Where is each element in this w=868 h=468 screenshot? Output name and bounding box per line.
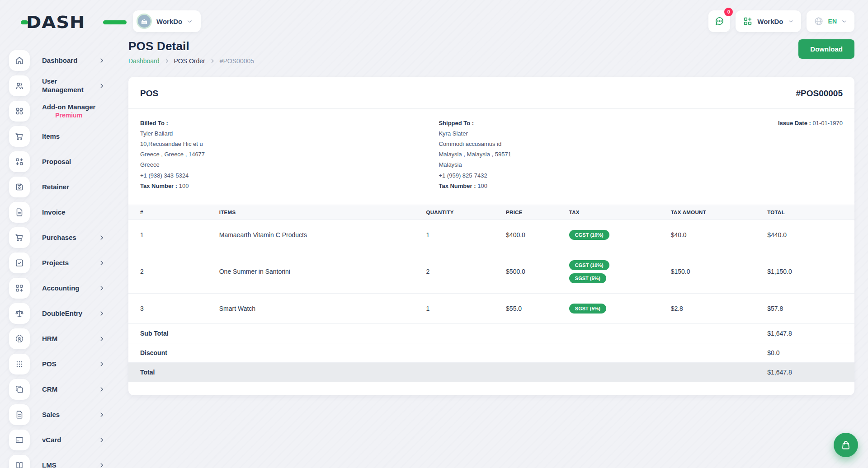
sidebar-item-projects[interactable]: Projects [9, 250, 128, 276]
cell-tax: CGST (10%) [566, 220, 667, 250]
breadcrumb-item-pos00005: #POS00005 [220, 57, 254, 65]
billed-to-block: Billed To : Tyler Ballard10,Recusandae H… [140, 120, 439, 191]
chevron-down-icon [187, 19, 193, 24]
chevron-right-icon [99, 462, 105, 468]
workspace-avatar [137, 14, 152, 29]
summary-row-discount: Discount$0.0 [128, 343, 854, 362]
column-header-items: ITEMS [216, 205, 423, 220]
cell-index: 3 [128, 293, 216, 323]
apps-grid-icon [743, 16, 753, 26]
address-line: 10,Recusandae Hic et u [140, 139, 439, 149]
summary-label: Total [128, 362, 764, 382]
sidebar-item-lms[interactable]: LMS [9, 453, 128, 468]
sidebar: DASH DashboardUser ManagementAdd-on Mana… [0, 0, 128, 468]
sidebar-item-user-management[interactable]: User Management [9, 73, 128, 98]
column-header-price: PRICE [502, 205, 566, 220]
sidebar-item-label: HRM [42, 335, 57, 343]
logo-text: DASH [26, 13, 85, 32]
page-title: POS Detail [128, 39, 254, 53]
sidebar-item-accounting[interactable]: Accounting [9, 276, 128, 301]
items-table: #ITEMSQUANTITYPRICETAXTAX AMOUNTTOTAL 1M… [128, 205, 854, 382]
sidebar-item-proposal[interactable]: Proposal [9, 149, 128, 174]
tax-badge: SGST (5%) [569, 273, 606, 283]
column-header-tax-amount: TAX AMOUNT [667, 205, 764, 220]
cell-index: 2 [128, 250, 216, 293]
cell-index: 1 [128, 220, 216, 250]
swap-boxes-icon [9, 151, 30, 172]
sidebar-item-add-on-manager[interactable]: Add-on ManagerPremium [9, 98, 128, 124]
summary-value: $0.0 [764, 343, 854, 362]
sidebar-item-vcard[interactable]: vCard [9, 427, 128, 453]
pos-card-header: POS #POS00005 [128, 77, 854, 109]
workspace-switcher[interactable]: WorkDo [133, 10, 201, 32]
messages-button[interactable]: 0 [708, 10, 730, 32]
document-icon [9, 202, 30, 223]
sidebar-item-doubleentry[interactable]: DoubleEntry [9, 301, 128, 326]
table-row: 2One Summer in Santorini2$500.0CGST (10%… [128, 250, 854, 293]
summary-value: $1,647.8 [764, 323, 854, 343]
cell-item: One Summer in Santorini [216, 250, 423, 293]
credit-card-icon [9, 430, 30, 450]
sidebar-item-label: POS [42, 360, 57, 369]
address-line: Tyler Ballard [140, 128, 439, 139]
cell-tax-amount: $2.8 [667, 293, 764, 323]
logo-bar [103, 20, 127, 24]
cell-tax-amount: $40.0 [667, 220, 764, 250]
cell-total: $440.0 [764, 220, 854, 250]
sidebar-item-pos[interactable]: POS [9, 351, 128, 377]
pos-card: POS #POS00005 Billed To : Tyler Ballard1… [128, 77, 854, 395]
cell-price: $55.0 [502, 293, 566, 323]
sidebar-item-retainer[interactable]: Retainer [9, 174, 128, 200]
topbar: WorkDo 0 WorkDo [128, 10, 854, 32]
sidebar-item-label: Dashboard [42, 56, 77, 65]
issue-date-value: 01-01-1970 [813, 120, 843, 126]
download-button[interactable]: Download [798, 39, 854, 59]
chevron-right-icon [99, 361, 105, 367]
shipped-to-lines: Kyra SlaterCommodi accusamus idMalaysia … [439, 128, 737, 181]
cell-total: $1,150.0 [764, 250, 854, 293]
chevron-right-icon [99, 386, 105, 393]
billed-tax-number: Tax Number : 100 [140, 181, 439, 191]
sidebar-item-sales[interactable]: Sales [9, 402, 128, 427]
sidebar-item-label: User Management [42, 77, 99, 94]
breadcrumb-item-dashboard[interactable]: Dashboard [128, 57, 160, 65]
issue-date: Issue Date : 01-01-1970 [778, 120, 843, 191]
chevron-right-icon [99, 83, 105, 89]
user-focus-icon [9, 328, 30, 349]
cell-tax-amount: $150.0 [667, 250, 764, 293]
app-root: DASH DashboardUser ManagementAdd-on Mana… [0, 0, 868, 468]
users-icon [9, 75, 30, 96]
sidebar-item-hrm[interactable]: HRM [9, 326, 128, 351]
column-header-: # [128, 205, 216, 220]
sidebar-item-purchases[interactable]: Purchases [9, 225, 128, 250]
app-switcher-label: WorkDo [757, 18, 783, 25]
sidebar-item-label: Items [42, 132, 60, 141]
sidebar-item-label: LMS [42, 461, 57, 468]
sidebar-item-label: Retainer [42, 183, 69, 192]
chevron-right-icon [99, 437, 105, 443]
cell-total: $57.8 [764, 293, 854, 323]
breadcrumb-separator-icon [164, 58, 170, 64]
language-button[interactable]: EN [807, 10, 854, 32]
cell-quantity: 1 [422, 293, 502, 323]
chevron-down-icon [841, 19, 847, 24]
chat-icon [714, 16, 725, 27]
address-line: Greece [140, 159, 439, 170]
sidebar-item-dashboard[interactable]: Dashboard [9, 48, 128, 73]
sidebar-item-invoice[interactable]: Invoice [9, 200, 128, 225]
tax-number-label: Tax Number : [140, 183, 177, 189]
shipped-to-heading: Shipped To : [439, 120, 737, 126]
pos-cart-fab[interactable] [834, 433, 858, 457]
dots-grid-icon [9, 354, 30, 374]
dash-logo[interactable]: DASH [26, 12, 117, 33]
address-line: +1 (938) 343-5324 [140, 170, 439, 181]
sidebar-item-items[interactable]: Items [9, 124, 128, 149]
grid-squares-icon [9, 101, 30, 122]
address-line: Malaysia [439, 159, 737, 170]
column-header-total: TOTAL [764, 205, 854, 220]
cell-item: Mamaearth Vitamin C Products [216, 220, 423, 250]
summary-row-total: Total$1,647.8 [128, 362, 854, 382]
table-row: 1Mamaearth Vitamin C Products1$400.0CGST… [128, 220, 854, 250]
sidebar-item-crm[interactable]: CRM [9, 377, 128, 402]
app-switcher-button[interactable]: WorkDo [736, 10, 801, 32]
